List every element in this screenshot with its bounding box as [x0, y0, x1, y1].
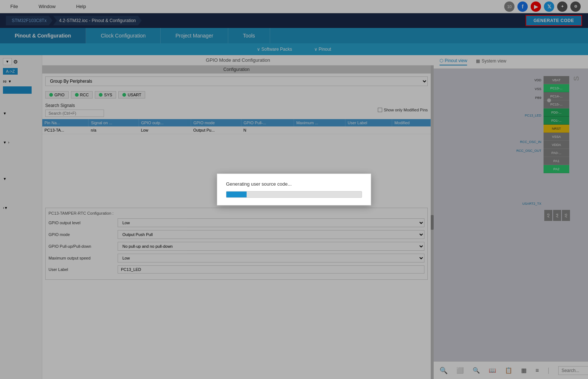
progress-bar-background — [226, 191, 362, 198]
progress-bar-fill — [226, 192, 247, 197]
modal-text: Generating user source code... — [226, 181, 362, 187]
modal-box: Generating user source code... — [217, 174, 371, 205]
modal-overlay: Generating user source code... — [0, 0, 588, 379]
